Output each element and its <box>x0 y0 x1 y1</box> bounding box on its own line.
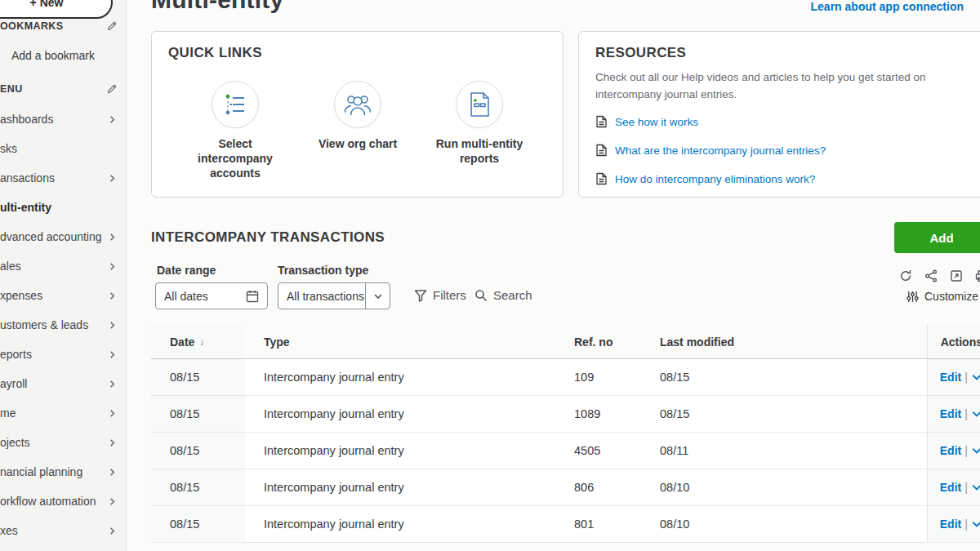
edit-link[interactable]: Edit <box>940 518 961 531</box>
column-header-ref-no[interactable]: Ref. no <box>555 335 641 349</box>
cell-ref-no: 109 <box>555 371 641 384</box>
cell-type: Intercompany journal entry <box>245 481 555 494</box>
transaction-type-select[interactable]: All transactions <box>278 282 390 309</box>
sidebar-item-tasks[interactable]: sks <box>0 134 127 163</box>
filters-label: Filters <box>433 288 466 302</box>
cell-date: 08/15 <box>151 433 245 469</box>
customize-button[interactable]: Customize <box>906 290 978 303</box>
add-button[interactable]: Add <box>894 222 980 253</box>
calendar-icon <box>246 290 259 303</box>
quick-links-heading: QUICK LINKS <box>168 45 262 61</box>
sidebar-item-label: xpenses <box>0 289 42 302</box>
select-dropdown-section[interactable] <box>365 283 390 309</box>
report-icon <box>466 91 492 118</box>
quick-link-run-multi-entity-reports[interactable]: Run multi-entity reports <box>432 81 527 166</box>
sliders-icon <box>906 291 919 303</box>
row-actions-dropdown-icon[interactable] <box>971 445 980 456</box>
edit-link[interactable]: Edit <box>940 371 961 384</box>
cell-ref-no: 801 <box>555 518 641 531</box>
table-row[interactable]: 08/15 Intercompany journal entry 801 08/… <box>151 506 980 543</box>
column-header-last-modified[interactable]: Last modified <box>641 335 927 349</box>
table-row[interactable]: 08/15 Intercompany journal entry 1089 08… <box>151 396 980 433</box>
print-icon[interactable] <box>975 269 980 282</box>
share-icon[interactable] <box>924 269 938 282</box>
chevron-right-icon <box>108 409 117 418</box>
chevron-right-icon <box>108 291 117 300</box>
menu-header: ENU <box>0 82 127 95</box>
export-icon[interactable] <box>950 269 964 282</box>
new-button[interactable]: + New <box>0 0 113 19</box>
row-actions-dropdown-icon[interactable] <box>971 482 980 493</box>
cell-actions: Edit | <box>927 359 980 395</box>
sidebar-item-sales[interactable]: ales <box>0 251 127 281</box>
table-row[interactable]: 08/15 Intercompany journal entry 109 08/… <box>151 359 980 396</box>
refresh-icon[interactable] <box>899 269 913 282</box>
quick-link-circle <box>334 81 381 128</box>
edit-link[interactable]: Edit <box>940 407 961 420</box>
sidebar-item-advanced-accounting[interactable]: dvanced accounting <box>0 222 127 251</box>
table-row[interactable]: 08/15 Intercompany journal entry 806 08/… <box>151 469 980 506</box>
search-button[interactable]: Search <box>474 288 532 302</box>
sidebar: + New OOKMARKS Add a bookmark ENU ashboa… <box>0 0 127 551</box>
quick-links-card: QUICK LINKS Select intercompany accounts <box>151 31 564 198</box>
chevron-right-icon <box>108 350 117 359</box>
cell-last-modified: 08/15 <box>641 407 927 420</box>
chevron-right-icon <box>108 262 117 271</box>
cell-actions: Edit | <box>927 506 980 542</box>
bookmarks-header-label: OOKMARKS <box>0 20 64 32</box>
quick-link-label: View org chart <box>310 136 405 151</box>
chevron-right-icon <box>108 380 117 389</box>
resource-link-what-are-intercompany-journal-entries[interactable]: What are the intercompany journal entrie… <box>595 144 826 157</box>
resource-link-how-do-eliminations-work[interactable]: How do intercompany eliminations work? <box>595 172 815 185</box>
resources-description: Check out all our Help videos and articl… <box>595 69 980 104</box>
column-header-actions: Actions <box>927 325 980 358</box>
filters-button[interactable]: Filters <box>414 288 466 302</box>
sidebar-item-projects[interactable]: ojects <box>0 428 127 457</box>
sidebar-item-label: me <box>0 407 16 420</box>
add-bookmark-link[interactable]: Add a bookmark <box>11 49 95 62</box>
sidebar-item-financial-planning[interactable]: nancial planning <box>0 457 127 487</box>
sidebar-item-workflow-automation[interactable]: orkflow automation <box>0 487 127 516</box>
sidebar-item-expenses[interactable]: xpenses <box>0 281 127 310</box>
sort-descending-icon: ↓ <box>199 336 204 348</box>
row-actions-dropdown-icon[interactable] <box>971 408 980 420</box>
learn-about-app-connection-link[interactable]: Learn about app connection <box>811 0 964 13</box>
cell-type: Intercompany journal entry <box>245 407 555 420</box>
date-range-value: All dates <box>164 290 208 303</box>
intercompany-transactions-heading: INTERCOMPANY TRANSACTIONS <box>151 229 385 246</box>
cell-last-modified: 08/11 <box>641 444 927 457</box>
edit-link[interactable]: Edit <box>940 444 961 457</box>
column-header-type[interactable]: Type <box>245 335 555 349</box>
bookmarks-header: OOKMARKS <box>0 20 127 32</box>
edit-link[interactable]: Edit <box>940 481 961 494</box>
chevron-right-icon <box>108 233 117 242</box>
resource-link-see-how-it-works[interactable]: See how it works <box>595 115 698 128</box>
resources-heading: RESOURCES <box>595 45 686 61</box>
sidebar-item-payroll[interactable]: ayroll <box>0 369 127 398</box>
sidebar-item-dashboards[interactable]: ashboards <box>0 104 127 134</box>
resource-link-label: See how it works <box>615 116 698 128</box>
sidebar-item-label: ales <box>0 260 21 273</box>
sidebar-item-multi-entity[interactable]: ulti-entity <box>0 193 127 222</box>
chevron-down-icon <box>373 291 383 301</box>
table-row[interactable]: 08/15 Intercompany journal entry 4505 08… <box>151 433 980 469</box>
column-header-date[interactable]: Date ↓ <box>151 325 245 358</box>
row-actions-dropdown-icon[interactable] <box>971 371 980 383</box>
edit-pencil-icon[interactable] <box>106 82 118 95</box>
sidebar-item-reports[interactable]: eports <box>0 340 127 369</box>
row-actions-dropdown-icon[interactable] <box>971 518 980 530</box>
quick-link-view-org-chart[interactable]: View org chart <box>310 81 405 151</box>
actions-separator: | <box>964 518 968 531</box>
sidebar-item-transactions[interactable]: ansactions <box>0 163 127 193</box>
sidebar-item-time[interactable]: me <box>0 398 127 428</box>
sidebar-item-customers-leads[interactable]: ustomers & leads <box>0 310 127 340</box>
edit-pencil-icon[interactable] <box>106 20 118 32</box>
sidebar-item-taxes[interactable]: xes <box>0 516 127 545</box>
quick-link-select-intercompany-accounts[interactable]: Select intercompany accounts <box>188 81 283 181</box>
cell-ref-no: 806 <box>555 481 641 494</box>
chevron-right-icon <box>108 321 117 330</box>
cell-date: 08/15 <box>151 396 245 432</box>
chevron-right-icon <box>108 174 117 183</box>
date-range-select[interactable]: All dates <box>155 282 268 309</box>
sidebar-item-label: ustomers & leads <box>0 318 88 331</box>
